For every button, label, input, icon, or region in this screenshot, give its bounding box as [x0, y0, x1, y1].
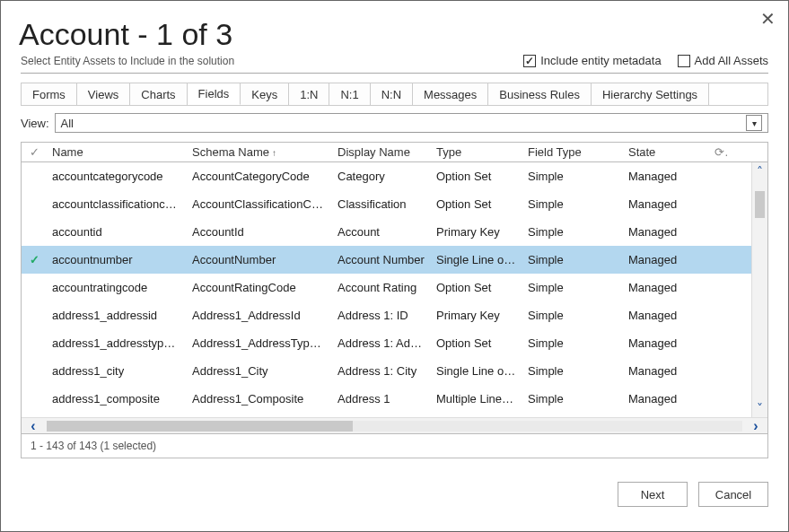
- hscroll-thumb[interactable]: [47, 421, 353, 432]
- include-metadata-checkbox[interactable]: Include entity metadata: [523, 54, 661, 67]
- cell-type: Single Line of Text: [431, 364, 522, 378]
- scroll-left-icon[interactable]: ‹: [22, 418, 45, 434]
- cell-field-type: Simple: [522, 392, 623, 406]
- table-row[interactable]: accountclassificationcodeAccountClassifi…: [22, 190, 767, 218]
- select-all-checkbox[interactable]: ✓: [22, 145, 47, 159]
- column-header-type[interactable]: Type: [431, 145, 522, 159]
- grid-body: accountcategorycodeAccountCategoryCodeCa…: [22, 162, 767, 417]
- column-header-schema[interactable]: Schema Name↑: [187, 145, 332, 159]
- cancel-button[interactable]: Cancel: [698, 482, 768, 507]
- tab-n-n[interactable]: N:N: [371, 83, 413, 105]
- grid-header: ✓ Name Schema Name↑ Display Name Type Fi…: [22, 143, 767, 162]
- view-dropdown[interactable]: All ▾: [55, 113, 768, 133]
- scroll-up-icon[interactable]: ˄: [752, 162, 767, 180]
- page-subtitle: Select Entity Assets to Include in the s…: [21, 55, 523, 67]
- cell-name: address1_addresstypecode: [47, 336, 187, 350]
- cell-display: Account: [332, 225, 431, 239]
- view-selected-value: All: [61, 117, 74, 130]
- add-all-assets-label: Add All Assets: [695, 54, 768, 67]
- grid-status: 1 - 143 of 143 (1 selected): [21, 434, 768, 458]
- cell-display: Address 1: City: [332, 364, 431, 378]
- cell-name: accountclassificationcode: [47, 197, 187, 211]
- cell-schema: Address1_AddressTypeCode: [187, 336, 332, 350]
- cell-schema: Address1_City: [187, 364, 332, 378]
- dialog-footer: Next Cancel: [21, 482, 768, 507]
- page-title: Account - 1 of 3: [19, 17, 768, 52]
- cell-display: Account Number: [332, 253, 431, 266]
- table-row[interactable]: accountidAccountIdAccountPrimary KeySimp…: [22, 218, 767, 246]
- chevron-down-icon: ▾: [746, 115, 762, 131]
- table-row[interactable]: accountcategorycodeAccountCategoryCodeCa…: [22, 162, 767, 190]
- cell-display: Address 1: Addr…: [332, 336, 431, 350]
- vertical-scrollbar[interactable]: ˄ ˅: [751, 162, 767, 417]
- tab-keys[interactable]: Keys: [241, 83, 289, 105]
- cell-state: Managed: [623, 281, 709, 294]
- tab-1-n[interactable]: 1:N: [289, 83, 329, 105]
- cell-type: Multiple Lines of…: [431, 392, 522, 406]
- scroll-right-icon[interactable]: ›: [744, 418, 767, 434]
- add-all-assets-checkbox[interactable]: Add All Assets: [678, 54, 768, 67]
- cell-schema: AccountId: [187, 225, 332, 239]
- cell-schema: AccountCategoryCode: [187, 170, 332, 183]
- tab-hierarchy-settings[interactable]: Hierarchy Settings: [592, 83, 709, 105]
- column-header-name[interactable]: Name: [47, 145, 187, 159]
- cell-state: Managed: [623, 392, 709, 406]
- tab-fields[interactable]: Fields: [188, 83, 241, 105]
- cell-display: Account Rating: [332, 281, 431, 294]
- cell-type: Primary Key: [431, 225, 522, 239]
- next-button[interactable]: Next: [618, 482, 688, 507]
- cell-type: Option Set: [431, 336, 522, 350]
- cell-field-type: Simple: [522, 309, 623, 322]
- scroll-down-icon[interactable]: ˅: [752, 399, 767, 417]
- tab-forms[interactable]: Forms: [22, 83, 77, 105]
- tab-business-rules[interactable]: Business Rules: [488, 83, 592, 105]
- table-row[interactable]: address1_compositeAddress1_CompositeAddr…: [22, 385, 767, 413]
- cell-name: accountcategorycode: [47, 170, 187, 183]
- cell-field-type: Simple: [522, 253, 623, 266]
- sort-asc-icon: ↑: [272, 148, 276, 158]
- cell-field-type: Simple: [522, 170, 623, 183]
- tab-messages[interactable]: Messages: [413, 83, 488, 105]
- cell-schema: AccountClassificationCode: [187, 197, 332, 211]
- column-header-state[interactable]: State: [623, 145, 709, 159]
- cell-name: address1_city: [47, 364, 187, 378]
- cell-type: Primary Key: [431, 309, 522, 322]
- cell-type: Single Line of Text: [431, 253, 522, 266]
- tab-n-1[interactable]: N:1: [329, 83, 370, 105]
- view-label: View:: [21, 117, 49, 130]
- cell-name: accountratingcode: [47, 281, 187, 294]
- cell-field-type: Simple: [522, 336, 623, 350]
- table-row[interactable]: accountnumberAccountNumberAccount Number…: [22, 246, 767, 274]
- row-checkbox[interactable]: [22, 253, 47, 266]
- column-header-display[interactable]: Display Name: [332, 145, 431, 159]
- refresh-icon[interactable]: ⟳: [709, 145, 729, 159]
- table-row[interactable]: address1_cityAddress1_CityAddress 1: Cit…: [22, 357, 767, 385]
- scroll-thumb[interactable]: [755, 191, 765, 218]
- tab-bar: FormsViewsChartsFieldsKeys1:NN:1N:NMessa…: [21, 83, 768, 106]
- cell-type: Option Set: [431, 170, 522, 183]
- checkbox-icon: [678, 55, 690, 67]
- include-metadata-label: Include entity metadata: [540, 54, 661, 67]
- checkbox-icon: [523, 55, 536, 67]
- cell-schema: Address1_AddressId: [187, 309, 332, 322]
- cell-name: address1_addressid: [47, 309, 187, 322]
- table-row[interactable]: address1_addresstypecodeAddress1_Address…: [22, 329, 767, 357]
- cell-field-type: Simple: [522, 197, 623, 211]
- table-row[interactable]: address1_addressidAddress1_AddressIdAddr…: [22, 301, 767, 329]
- tab-views[interactable]: Views: [77, 83, 130, 105]
- tab-charts[interactable]: Charts: [130, 83, 187, 105]
- cell-display: Address 1: [332, 392, 431, 406]
- cell-name: accountnumber: [47, 253, 187, 266]
- cell-type: Option Set: [431, 197, 522, 211]
- dialog-window: ✕ Account - 1 of 3 Select Entity Assets …: [0, 0, 789, 532]
- hscroll-track[interactable]: [47, 421, 742, 432]
- table-row[interactable]: accountratingcodeAccountRatingCodeAccoun…: [22, 274, 767, 301]
- cell-display: Address 1: ID: [332, 309, 431, 322]
- cell-state: Managed: [623, 336, 709, 350]
- cell-display: Classification: [332, 197, 431, 211]
- column-header-field-type[interactable]: Field Type: [522, 145, 623, 159]
- close-icon[interactable]: ✕: [760, 10, 776, 28]
- cell-field-type: Simple: [522, 281, 623, 294]
- horizontal-scrollbar[interactable]: ‹ ›: [22, 417, 767, 433]
- cell-schema: AccountRatingCode: [187, 281, 332, 294]
